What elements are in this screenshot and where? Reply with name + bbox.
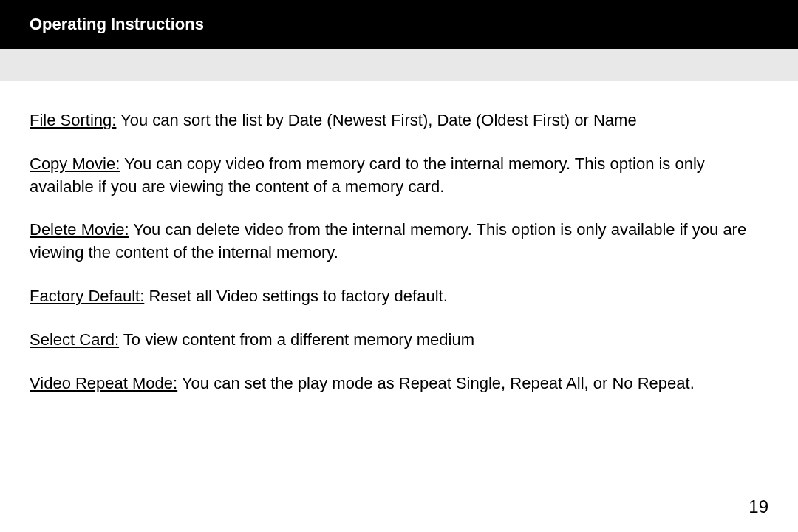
section-title: Operating Instructions (30, 15, 204, 33)
header-black-bar: Operating Instructions (0, 0, 798, 49)
entry-label: Select Card: (30, 330, 119, 349)
entry-text: Reset all Video settings to factory defa… (144, 287, 448, 305)
entry-label: Copy Movie: (30, 154, 120, 173)
entry-label: Factory Default: (30, 287, 144, 305)
entry-file-sorting: File Sorting: You can sort the list by D… (30, 109, 768, 132)
entry-text: You can delete video from the internal m… (30, 220, 746, 262)
page-number: 19 (748, 497, 768, 517)
entry-label: Delete Movie: (30, 220, 129, 239)
entry-label: File Sorting: (30, 111, 116, 129)
entry-select-card: Select Card: To view content from a diff… (30, 329, 768, 352)
entry-factory-default: Factory Default: Reset all Video setting… (30, 285, 768, 308)
manual-page: Operating Instructions File Sorting: You… (0, 0, 798, 532)
entry-label: Video Repeat Mode: (30, 374, 177, 392)
entry-text: You can sort the list by Date (Newest Fi… (116, 111, 636, 129)
entry-text: You can set the play mode as Repeat Sing… (177, 374, 695, 392)
header-gray-bar (0, 49, 798, 81)
entry-text: You can copy video from memory card to t… (30, 154, 705, 196)
entry-text: To view content from a different memory … (119, 330, 474, 349)
entry-delete-movie: Delete Movie: You can delete video from … (30, 219, 768, 265)
entry-video-repeat-mode: Video Repeat Mode: You can set the play … (30, 372, 768, 395)
entry-copy-movie: Copy Movie: You can copy video from memo… (30, 153, 768, 199)
content-area: File Sorting: You can sort the list by D… (0, 81, 798, 395)
